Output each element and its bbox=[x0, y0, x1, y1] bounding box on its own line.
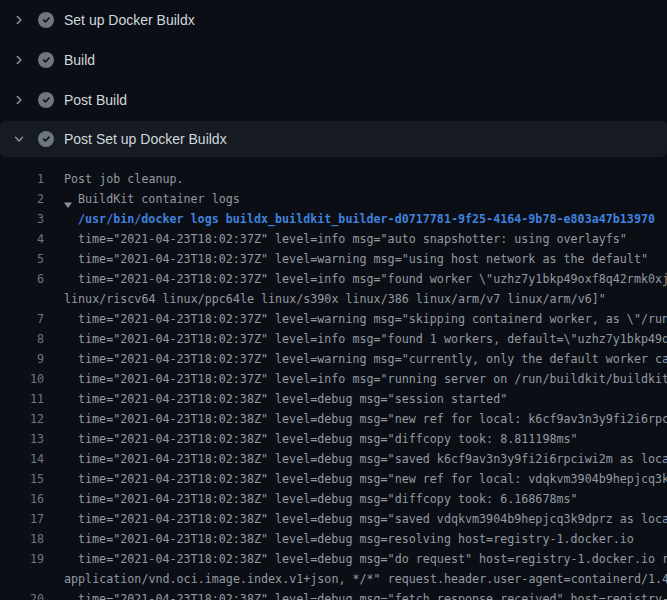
log-text: time="2021-04-23T18:02:38Z" level=debug … bbox=[78, 469, 667, 489]
log-text: time="2021-04-23T18:02:37Z" level=warnin… bbox=[78, 309, 667, 329]
log-line: 7time="2021-04-23T18:02:37Z" level=warni… bbox=[0, 309, 667, 329]
log-line-number[interactable]: 8 bbox=[0, 329, 44, 349]
log-line-number[interactable]: 17 bbox=[0, 509, 44, 529]
log-line: 4time="2021-04-23T18:02:37Z" level=info … bbox=[0, 229, 667, 249]
log-text: time="2021-04-23T18:02:38Z" level=debug … bbox=[78, 449, 667, 469]
log-line-number[interactable]: 13 bbox=[0, 429, 44, 449]
log-line: 2BuildKit container logs bbox=[0, 189, 667, 209]
log-text: time="2021-04-23T18:02:38Z" level=debug … bbox=[78, 389, 507, 409]
step-label: Post Set up Docker Buildx bbox=[64, 131, 227, 147]
log-text: time="2021-04-23T18:02:38Z" level=debug … bbox=[78, 549, 667, 569]
log-text: time="2021-04-23T18:02:38Z" level=debug … bbox=[78, 529, 634, 549]
log-line: 16time="2021-04-23T18:02:38Z" level=debu… bbox=[0, 489, 667, 509]
log-text: time="2021-04-23T18:02:37Z" level=warnin… bbox=[78, 349, 667, 369]
log-line-number[interactable]: 1 bbox=[0, 169, 44, 189]
log-line-number[interactable]: 12 bbox=[0, 409, 44, 429]
log-text: time="2021-04-23T18:02:38Z" level=debug … bbox=[78, 409, 667, 429]
log-line: 12time="2021-04-23T18:02:38Z" level=debu… bbox=[0, 409, 667, 429]
log-line: 9time="2021-04-23T18:02:37Z" level=warni… bbox=[0, 349, 667, 369]
check-circle-icon bbox=[38, 52, 54, 68]
log-line-number[interactable]: 18 bbox=[0, 529, 44, 549]
check-circle-icon bbox=[38, 131, 54, 147]
log-line: 13time="2021-04-23T18:02:38Z" level=debu… bbox=[0, 429, 667, 449]
step-header-post-set-up-docker-buildx[interactable]: Post Set up Docker Buildx bbox=[0, 121, 667, 157]
log-line-number[interactable]: 19 bbox=[0, 549, 44, 569]
log-line: 3/usr/bin/docker logs buildx_buildkit_bu… bbox=[0, 209, 667, 229]
steps-list: Set up Docker BuildxBuildPost BuildPost … bbox=[0, 0, 667, 157]
chevron-right-icon bbox=[12, 53, 26, 67]
log-line: 5time="2021-04-23T18:02:37Z" level=warni… bbox=[0, 249, 667, 269]
log-line: 15time="2021-04-23T18:02:38Z" level=debu… bbox=[0, 469, 667, 489]
chevron-right-icon bbox=[12, 93, 26, 107]
log-text: linux/riscv64 linux/ppc64le linux/s390x … bbox=[64, 289, 606, 309]
log-text: time="2021-04-23T18:02:37Z" level=info m… bbox=[78, 229, 627, 249]
log-line: 6time="2021-04-23T18:02:37Z" level=info … bbox=[0, 269, 667, 289]
log-line: 20time="2021-04-23T18:02:38Z" level=debu… bbox=[0, 589, 667, 600]
chevron-right-icon bbox=[12, 13, 26, 27]
step-label: Post Build bbox=[64, 92, 127, 108]
log-line-number[interactable]: 4 bbox=[0, 229, 44, 249]
check-circle-icon bbox=[38, 92, 54, 108]
log-line-number[interactable]: 7 bbox=[0, 309, 44, 329]
log-text: time="2021-04-23T18:02:38Z" level=debug … bbox=[78, 589, 667, 600]
log-text: Post job cleanup. bbox=[64, 169, 184, 189]
triangle-down-icon[interactable] bbox=[64, 195, 72, 203]
log-line-number[interactable]: 10 bbox=[0, 369, 44, 389]
log-text: application/vnd.oci.image.index.v1+json,… bbox=[64, 569, 667, 589]
log-line-number[interactable]: 9 bbox=[0, 349, 44, 369]
log-line: 14time="2021-04-23T18:02:38Z" level=debu… bbox=[0, 449, 667, 469]
log-line-number[interactable]: 16 bbox=[0, 489, 44, 509]
log-text: time="2021-04-23T18:02:38Z" level=debug … bbox=[78, 429, 578, 449]
step-label: Build bbox=[64, 52, 95, 68]
log-line: 1Post job cleanup. bbox=[0, 169, 667, 189]
log-line: 19time="2021-04-23T18:02:38Z" level=debu… bbox=[0, 549, 667, 569]
log-text: time="2021-04-23T18:02:37Z" level=warnin… bbox=[78, 249, 648, 269]
log-line-number[interactable]: 5 bbox=[0, 249, 44, 269]
log-line: 10time="2021-04-23T18:02:37Z" level=info… bbox=[0, 369, 667, 389]
log-line: 8time="2021-04-23T18:02:37Z" level=info … bbox=[0, 329, 667, 349]
log-text: time="2021-04-23T18:02:37Z" level=info m… bbox=[78, 329, 667, 349]
log-text: time="2021-04-23T18:02:38Z" level=debug … bbox=[78, 509, 667, 529]
log-line: 18time="2021-04-23T18:02:38Z" level=debu… bbox=[0, 529, 667, 549]
step-header-post-build[interactable]: Post Build bbox=[0, 80, 667, 120]
log-line-number[interactable]: 11 bbox=[0, 389, 44, 409]
log-text: time="2021-04-23T18:02:37Z" level=info m… bbox=[78, 369, 667, 389]
log-text: time="2021-04-23T18:02:37Z" level=info m… bbox=[78, 269, 667, 289]
log-line-number[interactable]: 14 bbox=[0, 449, 44, 469]
log-command-text: /usr/bin/docker logs buildx_buildkit_bui… bbox=[78, 209, 655, 229]
step-header-build[interactable]: Build bbox=[0, 40, 667, 80]
log-text: time="2021-04-23T18:02:38Z" level=debug … bbox=[78, 489, 578, 509]
log-line-number[interactable]: 2 bbox=[0, 189, 44, 209]
log-line: 17time="2021-04-23T18:02:38Z" level=debu… bbox=[0, 509, 667, 529]
log-line-number[interactable]: 3 bbox=[0, 209, 44, 229]
log-line-continuation: linux/riscv64 linux/ppc64le linux/s390x … bbox=[0, 289, 667, 309]
actions-log-viewer: Set up Docker BuildxBuildPost BuildPost … bbox=[0, 0, 667, 600]
chevron-down-icon bbox=[12, 132, 26, 146]
log-line-number[interactable]: 20 bbox=[0, 589, 44, 600]
log-line-number[interactable]: 15 bbox=[0, 469, 44, 489]
log-line-continuation: application/vnd.oci.image.index.v1+json,… bbox=[0, 569, 667, 589]
step-header-set-up-docker-buildx[interactable]: Set up Docker Buildx bbox=[0, 0, 667, 40]
log-line-number[interactable]: 6 bbox=[0, 269, 44, 289]
log-lines: 1Post job cleanup.2BuildKit container lo… bbox=[0, 160, 667, 600]
log-line: 11time="2021-04-23T18:02:38Z" level=debu… bbox=[0, 389, 667, 409]
step-label: Set up Docker Buildx bbox=[64, 12, 195, 28]
log-group-title[interactable]: BuildKit container logs bbox=[78, 189, 240, 209]
check-circle-icon bbox=[38, 12, 54, 28]
